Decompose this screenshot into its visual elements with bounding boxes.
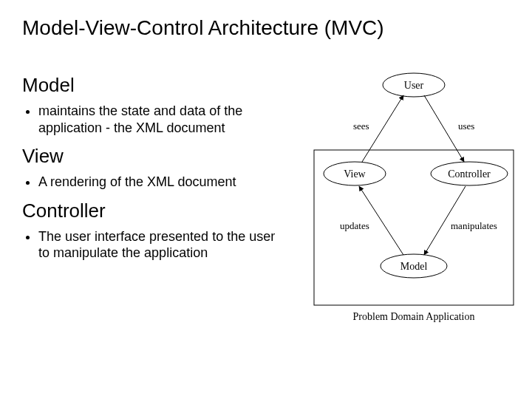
node-view-label: View bbox=[344, 168, 366, 180]
edge-manipulates-label: manipulates bbox=[451, 220, 497, 231]
edge-sees-label: sees bbox=[353, 120, 369, 132]
app-box-label: Problem Domain Application bbox=[353, 311, 475, 322]
controller-bullets: The user interface presented to the user… bbox=[38, 228, 288, 262]
edge-uses-label: uses bbox=[458, 120, 474, 132]
model-bullet: maintains the state and data of the appl… bbox=[38, 103, 288, 136]
controller-bullet: The user interface presented to the user… bbox=[38, 228, 288, 262]
view-bullet: A rendering of the XML document bbox=[38, 174, 288, 191]
model-bullets: maintains the state and data of the appl… bbox=[38, 103, 288, 136]
slide-title: Model-View-Control Architecture (MVC) bbox=[22, 16, 384, 40]
mvc-diagram: Problem Domain Application User View Con… bbox=[310, 70, 517, 329]
heading-model: Model bbox=[22, 74, 288, 97]
heading-controller: Controller bbox=[22, 200, 288, 222]
heading-view: View bbox=[22, 145, 288, 168]
node-user-label: User bbox=[404, 80, 424, 91]
node-model-label: Model bbox=[400, 261, 428, 272]
view-bullets: A rendering of the XML document bbox=[38, 174, 288, 191]
text-column: Model maintains the state and data of th… bbox=[22, 74, 288, 267]
node-controller-label: Controller bbox=[448, 168, 491, 180]
edge-updates-label: updates bbox=[340, 220, 369, 231]
